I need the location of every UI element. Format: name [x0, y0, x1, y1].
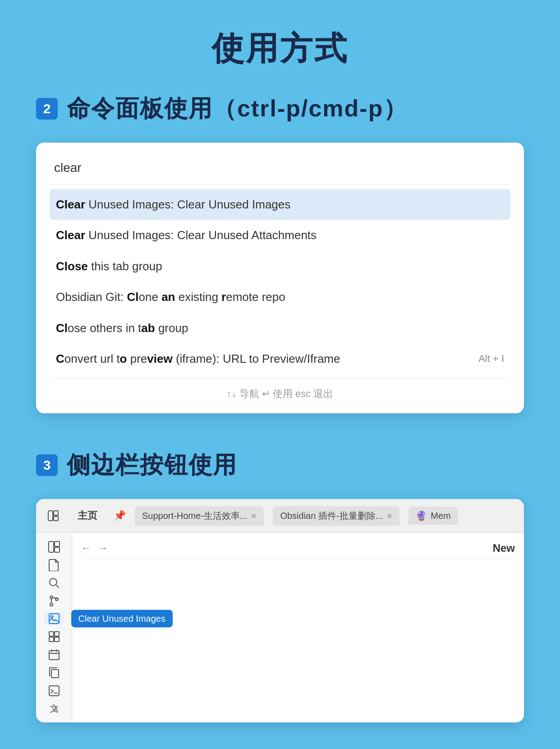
command-text-1: Clear Unused Images: Clear Unused Images: [56, 196, 290, 213]
command-bold-1: Clear: [56, 198, 85, 211]
obsidian-body: Clear Unused Images: [36, 533, 524, 722]
sidebar-icon-document[interactable]: [44, 558, 64, 572]
sidebar-icon-grid[interactable]: [44, 630, 64, 643]
command-rest-5a: ose others in t: [68, 321, 141, 335]
obsidian-content: ← → New: [72, 533, 524, 722]
section3-title: 侧边栏按钮使用: [67, 449, 237, 481]
sidebar-icon-terminal[interactable]: [44, 684, 64, 698]
sidebar-icon-search[interactable]: [44, 576, 64, 590]
command-rest-2: Unused Images: Clear Unused Attachments: [85, 228, 317, 242]
layout-icon[interactable]: [45, 508, 61, 524]
section2-header: 2 命令面板使用（ctrl-p/cmd-p）: [0, 93, 560, 125]
svg-rect-13: [55, 632, 59, 636]
sidebar-icon-image[interactable]: Clear Unused Images: [44, 612, 64, 626]
sidebar-icon-copy[interactable]: [44, 666, 64, 680]
command-text-5: Close others in tab group: [56, 320, 188, 336]
tab-mem[interactable]: 🔮 Mem: [409, 507, 458, 525]
command-palette: clear Clear Unused Images: Clear Unused …: [36, 143, 524, 413]
svg-rect-3: [49, 541, 54, 552]
obsidian-sidebar: Clear Unused Images: [36, 533, 72, 722]
content-toolbar: ← → New: [81, 542, 515, 559]
search-input-display[interactable]: clear: [50, 156, 510, 185]
mem-icon: 🔮: [416, 510, 427, 521]
section2-number: 2: [36, 98, 58, 120]
command-bold-4b: an: [161, 290, 175, 304]
svg-rect-12: [49, 632, 54, 636]
main-title: 使用方式: [0, 0, 560, 93]
command-bold-4c: r: [221, 290, 226, 304]
new-button[interactable]: New: [493, 542, 515, 555]
command-bold-2: Clear: [56, 228, 85, 242]
sidebar-icon-calendar[interactable]: [44, 648, 64, 661]
sidebar-icon-translate[interactable]: 文 A: [44, 702, 64, 716]
command-text-4: Obsidian Git: Clone an existing remote r…: [56, 289, 285, 305]
command-bold-3: Close: [56, 259, 88, 273]
section3-number: 3: [36, 454, 58, 476]
svg-rect-10: [49, 614, 59, 624]
command-rest-4a: one: [139, 290, 162, 304]
svg-rect-1: [54, 511, 58, 515]
tab-support-home[interactable]: Support-Home-生活效率... ✕: [135, 506, 264, 526]
command-rest-1: Unused Images: Clear Unused Images: [85, 198, 290, 211]
command-rest-5b: group: [155, 321, 188, 335]
command-text-3: Close this tab group: [56, 258, 162, 274]
command-rest-6a: onvert url t: [64, 352, 120, 365]
section3-header: 3 侧边栏按钮使用: [0, 449, 560, 481]
command-rest-6c: (iframe): URL to Preview/Iframe: [173, 352, 340, 365]
command-bold-6b: o: [120, 352, 127, 365]
command-shortcut-6: Alt + I: [478, 352, 504, 366]
svg-rect-18: [49, 686, 59, 696]
svg-rect-4: [55, 541, 60, 546]
command-item-5[interactable]: Close others in tab group: [50, 313, 510, 343]
svg-rect-15: [55, 637, 59, 642]
tab-label-1: Support-Home-生活效率...: [142, 510, 247, 522]
command-rest-4b: existing: [175, 290, 221, 304]
command-bold-6a: C: [56, 352, 64, 365]
section2-title: 命令面板使用（ctrl-p/cmd-p）: [67, 93, 408, 125]
tab-obsidian-plugin[interactable]: Obsidian 插件-批量删除... ✕: [273, 506, 399, 526]
command-item-4[interactable]: Obsidian Git: Clone an existing remote r…: [50, 282, 510, 312]
home-tab[interactable]: 主页: [70, 505, 105, 526]
svg-rect-2: [54, 516, 58, 521]
svg-point-8: [50, 603, 53, 606]
command-rest-3: this tab group: [88, 259, 162, 273]
command-text-6: Convert url to preview (iframe): URL to …: [56, 351, 340, 367]
svg-rect-5: [55, 547, 60, 552]
command-list: Clear Unused Images: Clear Unused Images…: [50, 189, 510, 374]
command-footer: ↑↓ 导航 ↵ 使用 esc 退出: [50, 379, 510, 404]
svg-rect-0: [48, 511, 53, 521]
obsidian-window: 主页 📌 Support-Home-生活效率... ✕ Obsidian 插件-…: [36, 499, 524, 722]
tab-close-1[interactable]: ✕: [251, 512, 257, 520]
command-item-1[interactable]: Clear Unused Images: Clear Unused Images: [50, 189, 510, 220]
svg-rect-17: [51, 670, 59, 678]
command-bold-6c: view: [147, 352, 172, 365]
command-rest-4c: emote repo: [226, 290, 285, 304]
command-item-6[interactable]: Convert url to preview (iframe): URL to …: [50, 343, 510, 374]
command-rest-6b: pre: [127, 352, 147, 365]
command-prefix-4: Obsidian Git:: [56, 290, 127, 304]
svg-text:A: A: [54, 706, 58, 713]
sidebar-icon-git[interactable]: [44, 594, 64, 608]
obsidian-titlebar: 主页 📌 Support-Home-生活效率... ✕ Obsidian 插件-…: [36, 499, 524, 533]
tab-label-3: Mem: [431, 511, 450, 521]
command-bold-5b: ab: [141, 321, 155, 335]
pin-icon: 📌: [114, 510, 126, 522]
command-item-2[interactable]: Clear Unused Images: Clear Unused Attach…: [50, 220, 510, 250]
svg-point-11: [50, 616, 53, 618]
sidebar-icon-layout[interactable]: [44, 540, 64, 554]
forward-button[interactable]: →: [98, 542, 108, 554]
tab-label-2: Obsidian 插件-批量删除...: [280, 510, 383, 522]
back-button[interactable]: ←: [81, 542, 91, 554]
sidebar-tooltip: Clear Unused Images: [71, 610, 173, 628]
command-text-2: Clear Unused Images: Clear Unused Attach…: [56, 227, 317, 243]
svg-rect-14: [49, 637, 54, 642]
command-item-3[interactable]: Close this tab group: [50, 251, 510, 282]
command-bold-4a: Cl: [127, 290, 139, 304]
command-bold-5a: Cl: [56, 321, 68, 335]
tab-close-2[interactable]: ✕: [386, 512, 392, 520]
svg-rect-16: [49, 651, 59, 660]
